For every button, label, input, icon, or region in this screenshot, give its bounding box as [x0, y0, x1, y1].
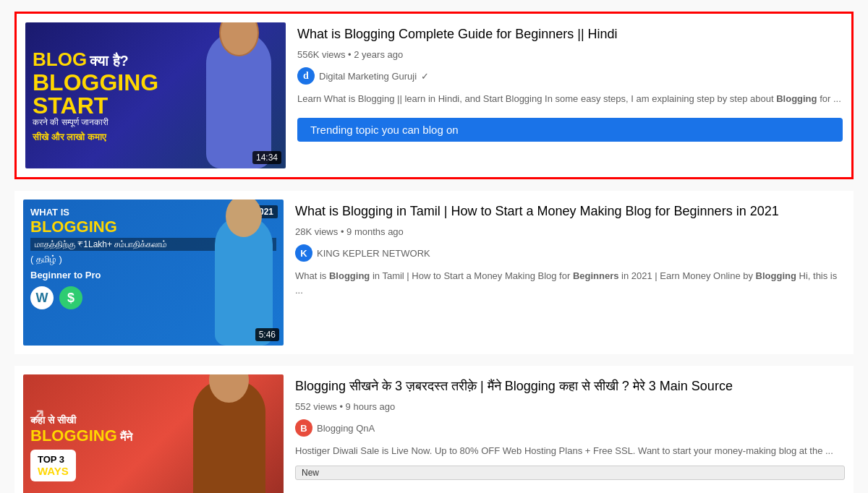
channel-name-3[interactable]: Blogging QnA [317, 423, 375, 434]
new-badge-3: New [295, 466, 845, 480]
video-info-2: What is Blogging in Tamil | How to Start… [295, 200, 845, 346]
thumbnail-1[interactable]: BLOG क्या है? BLOGGING START करने की सम्… [25, 22, 286, 168]
video-description-3: Hostiger Diwali Sale is Live Now. Up to … [295, 444, 845, 458]
thumb3-kahan: कहा से सीखी [30, 414, 175, 426]
thumb3-blogging-maine: BLOGGING मैंने [30, 426, 175, 445]
wordpress-icon: W [30, 286, 54, 309]
person-area-2 [204, 200, 284, 346]
video-title-2[interactable]: What is Blogging in Tamil | How to Start… [295, 202, 845, 220]
verified-icon-1: ✓ [421, 71, 429, 82]
thumb1-start: START [33, 94, 278, 117]
thumb3-bg: कहा से सीखी BLOGGING मैंने TOP 3 WAYS ↗ [23, 374, 284, 493]
person-area-3 [175, 374, 284, 493]
trending-badge-1[interactable]: Trending topic you can blog on [297, 118, 843, 142]
thumb1-karne: करने की सम्पूर्ण जानकारी [33, 117, 278, 127]
duration-badge-2: 5:46 [255, 328, 279, 341]
channel-icon-1: d [297, 67, 315, 85]
dollar-icon: $ [59, 286, 82, 309]
thumb1-blog-text: BLOG क्या है? [33, 48, 278, 71]
video-info-3: Blogging सीखने के 3 ज़बरदस्त तरीक़े | मै… [295, 374, 845, 493]
person-head-2 [226, 200, 262, 237]
channel-name-1[interactable]: Digital Marketing Guruji [319, 71, 417, 82]
person-head-3 [209, 374, 249, 403]
person-body-3 [193, 380, 265, 493]
video-card-1[interactable]: BLOG क्या है? BLOGGING START करने की सम्… [14, 12, 854, 179]
channel-row-2: K KING KEPLER NETWORK [295, 244, 845, 262]
thumbnail-2[interactable]: 2021 WHAT IS BLOGGING மாதத்திற்கு ₹1Lakh… [23, 200, 284, 346]
results-container: BLOG क्या है? BLOGGING START करने की सम्… [0, 0, 868, 493]
video-description-2: What is Blogging in Tamil | How to Start… [295, 269, 845, 297]
thumb1-bg: BLOG क्या है? BLOGGING START करने की सम्… [25, 22, 286, 168]
video-card-3[interactable]: कहा से सीखी BLOGGING मैंने TOP 3 WAYS ↗ [14, 366, 854, 493]
duration-badge-1: 14:34 [252, 151, 281, 164]
video-title-1[interactable]: What is Blogging Complete Guide for Begi… [297, 25, 843, 43]
channel-icon-3: B [295, 419, 312, 437]
video-info-1: What is Blogging Complete Guide for Begi… [297, 22, 843, 168]
video-meta-3: 552 views • 9 hours ago [295, 401, 845, 412]
video-title-3[interactable]: Blogging सीखने के 3 ज़बरदस्त तरीक़े | मै… [295, 377, 845, 395]
video-meta-2: 28K views • 9 months ago [295, 226, 845, 237]
channel-row-1: d Digital Marketing Guruji ✓ [297, 67, 843, 85]
video-meta-1: 556K views • 2 years ago [297, 49, 843, 60]
channel-row-3: B Blogging QnA [295, 419, 845, 437]
video-description-1: Learn What is Blogging || learn in Hindi… [297, 92, 843, 106]
channel-icon-2: K [295, 244, 312, 262]
channel-name-2[interactable]: KING KEPLER NETWORK [317, 248, 430, 259]
thumb1-blogging: BLOGGING [33, 71, 278, 94]
thumbnail-3[interactable]: कहा से सीखी BLOGGING मैंने TOP 3 WAYS ↗ [23, 374, 284, 493]
person-body-2 [215, 215, 273, 346]
video-card-2[interactable]: 2021 WHAT IS BLOGGING மாதத்திற்கு ₹1Lakh… [14, 191, 854, 354]
thumb3-ways-box: TOP 3 WAYS [30, 450, 76, 481]
thumb1-seekhe: सीखे और लाखो कमाए [33, 132, 278, 143]
thumb2-bg: 2021 WHAT IS BLOGGING மாதத்திற்கு ₹1Lakh… [23, 200, 284, 346]
